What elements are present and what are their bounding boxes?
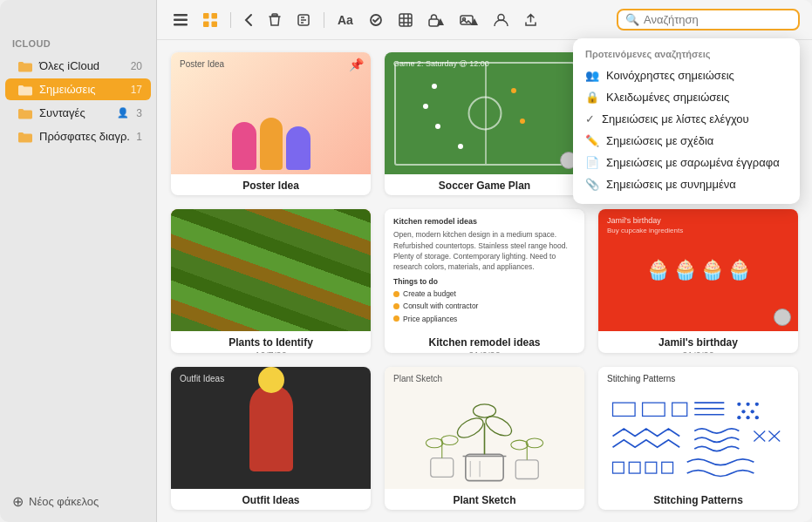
share-people-button[interactable] xyxy=(489,10,513,31)
note-card-plant-sketch[interactable]: Plant Sketch xyxy=(385,367,584,510)
grid-view-button[interactable] xyxy=(199,10,222,31)
locked-notes-icon: 🔒 xyxy=(585,91,599,104)
svg-rect-24 xyxy=(431,458,454,477)
note-card-plants[interactable]: Plants to Identify Plants to Identify 16… xyxy=(171,209,371,352)
svg-rect-28 xyxy=(515,460,538,479)
search-suggestions-dropdown: Προτεινόμενες αναζητήσεις 👥 Κοινόχρηστες… xyxy=(573,38,800,204)
search-suggestion-shared[interactable]: 👥 Κοινόχρηστες σημειώσεις xyxy=(573,64,800,86)
lock-button[interactable] xyxy=(424,10,448,31)
search-suggestion-attachments-label: Σημειώσεις με συνημμένα xyxy=(606,178,736,191)
note-info-kitchen: Kitchen remodel ideas 21/6/20 xyxy=(385,331,584,352)
toolbar-separator-1 xyxy=(230,12,231,28)
sidebar-item-notes-label: Σημειώσεις xyxy=(39,83,127,96)
cupcake-2: 🧁 xyxy=(673,259,697,281)
kitchen-todo-3: Price appliances xyxy=(393,314,576,324)
note-info-plants: Plants to Identify 16/7/20 xyxy=(171,331,371,352)
search-icon: 🔍 xyxy=(625,13,639,26)
note-title-soccer: Soccer Game Plan xyxy=(393,180,576,192)
table-button[interactable] xyxy=(394,10,417,31)
media-button[interactable] xyxy=(455,10,482,31)
note-info-outfit: Outfit Ideas xyxy=(171,489,371,510)
sidebar-item-recipes-count: 3 xyxy=(136,107,142,119)
todo-dot-1 xyxy=(393,291,399,297)
note-card-outfit[interactable]: Outfit Ideas Outfit Ideas xyxy=(171,367,371,510)
sidebar-item-notes[interactable]: Σημειώσεις 17 xyxy=(5,78,151,100)
note-thumbnail-plant-sketch: Plant Sketch xyxy=(385,367,584,489)
sidebar-item-recipes[interactable]: Συνταγές 👤 3 xyxy=(5,102,151,124)
svg-rect-53 xyxy=(662,462,673,473)
format-button[interactable]: Aa xyxy=(333,10,358,31)
note-thumbnail-plants: Plants to Identify xyxy=(171,209,371,331)
svg-point-44 xyxy=(746,416,749,419)
note-thumbnail-outfit: Outfit Ideas xyxy=(171,367,371,489)
checklist-button[interactable] xyxy=(365,10,387,31)
new-folder-button[interactable]: ⊕ Νέος φάκελος xyxy=(12,493,99,510)
figure-3 xyxy=(286,126,310,170)
svg-rect-33 xyxy=(643,403,665,416)
plus-icon: ⊕ xyxy=(12,493,24,510)
svg-rect-32 xyxy=(613,403,636,416)
export-button[interactable] xyxy=(520,10,542,31)
note-info-birthday: Jamil's birthday 21/6/20 xyxy=(598,331,798,352)
main-content: Aa 🔍 Προτεινόμενες αναζητήσεις xyxy=(157,0,812,522)
stitching-note-label: Stitching Patterns xyxy=(607,374,675,383)
note-card-kitchen[interactable]: Kitchen remodel ideas Open, modern kitch… xyxy=(385,209,584,352)
plant-sketch-note-label: Plant Sketch xyxy=(393,374,442,383)
sidebar-item-deleted-label: Πρόσφατες διαγρ. xyxy=(39,130,133,143)
svg-point-43 xyxy=(737,416,740,419)
note-card-soccer[interactable]: Game 2: Saturday @ 12:00 Soccer Game Pla… xyxy=(385,52,584,195)
search-suggestion-sketches-label: Σημειώσεις με σχέδια xyxy=(606,134,713,147)
svg-marker-11 xyxy=(437,18,444,25)
search-suggestion-scanned[interactable]: 📄 Σημειώσεις με σαρωμένα έγγραφα xyxy=(573,152,800,173)
note-info-soccer: Soccer Game Plan 2:02 μμ xyxy=(385,174,584,195)
note-card-stitching[interactable]: Stitching Patterns xyxy=(598,367,798,510)
note-card-poster-idea[interactable]: Poster Idea 📌 Poster Idea 16/6/20 xyxy=(171,52,371,195)
svg-point-20 xyxy=(482,412,515,439)
plant-leaves-bg xyxy=(171,209,371,331)
attachments-icon: 📎 xyxy=(585,178,599,191)
svg-rect-5 xyxy=(203,21,209,27)
note-info-stitching: Stitching Patterns xyxy=(598,489,798,510)
svg-point-19 xyxy=(454,414,487,441)
svg-rect-3 xyxy=(203,13,209,19)
search-input[interactable] xyxy=(644,13,783,26)
kitchen-todo-1: Create a budget xyxy=(393,288,576,299)
svg-point-31 xyxy=(526,438,543,448)
note-title-plants: Plants to Identify xyxy=(180,336,362,349)
search-box[interactable]: 🔍 xyxy=(617,9,800,31)
svg-point-38 xyxy=(737,402,740,405)
note-date-birthday: 21/6/20 xyxy=(607,350,789,352)
sidebar-item-all-icloud[interactable]: Όλες iCloud 20 xyxy=(5,55,151,77)
search-suggestion-attachments[interactable]: 📎 Σημειώσεις με συνημμένα xyxy=(573,173,800,195)
note-date-plants: 16/7/20 xyxy=(180,350,362,352)
sidebar-item-all-icloud-label: Όλες iCloud xyxy=(39,59,127,72)
note-title-poster: Poster Idea xyxy=(180,180,362,192)
sidebar-footer: ⊕ Νέος φάκελος xyxy=(0,485,156,522)
sidebar-item-recently-deleted[interactable]: Πρόσφατες διαγρ. 1 xyxy=(5,125,151,147)
todo-dot-3 xyxy=(393,315,399,322)
svg-point-39 xyxy=(746,402,749,405)
sidebar-item-deleted-count: 1 xyxy=(136,131,142,143)
svg-rect-2 xyxy=(174,24,188,26)
toolbar: Aa 🔍 xyxy=(157,0,812,40)
note-info-plant-sketch: Plant Sketch xyxy=(385,489,584,510)
search-suggestion-locked[interactable]: 🔒 Κλειδωμένες σημειώσεις xyxy=(573,86,800,108)
svg-rect-52 xyxy=(645,462,657,473)
svg-rect-0 xyxy=(174,14,188,17)
note-card-birthday[interactable]: Jamil's birthday Buy cupcake ingredients… xyxy=(598,209,798,352)
list-view-button[interactable] xyxy=(169,10,192,30)
kitchen-thumb-title: Kitchen remodel ideas xyxy=(393,216,576,227)
delete-button[interactable] xyxy=(264,10,285,31)
sidebar-item-recipes-label: Συνταγές xyxy=(39,106,117,119)
back-button[interactable] xyxy=(240,10,257,31)
svg-rect-1 xyxy=(174,18,188,21)
compose-button[interactable] xyxy=(292,10,315,31)
poster-thumbnail-label: Poster Idea xyxy=(180,59,224,69)
stitching-patterns-svg xyxy=(605,390,791,489)
search-suggestion-checklist[interactable]: ✓ Σημειώσεις με λίστες ελέγχου xyxy=(573,108,800,130)
note-thumbnail-stitching: Stitching Patterns xyxy=(598,367,798,489)
search-suggestion-sketches[interactable]: ✏️ Σημειώσεις με σχέδια xyxy=(573,130,800,152)
svg-rect-16 xyxy=(466,454,503,480)
note-title-stitching: Stitching Patterns xyxy=(607,494,789,506)
svg-rect-6 xyxy=(212,21,218,27)
